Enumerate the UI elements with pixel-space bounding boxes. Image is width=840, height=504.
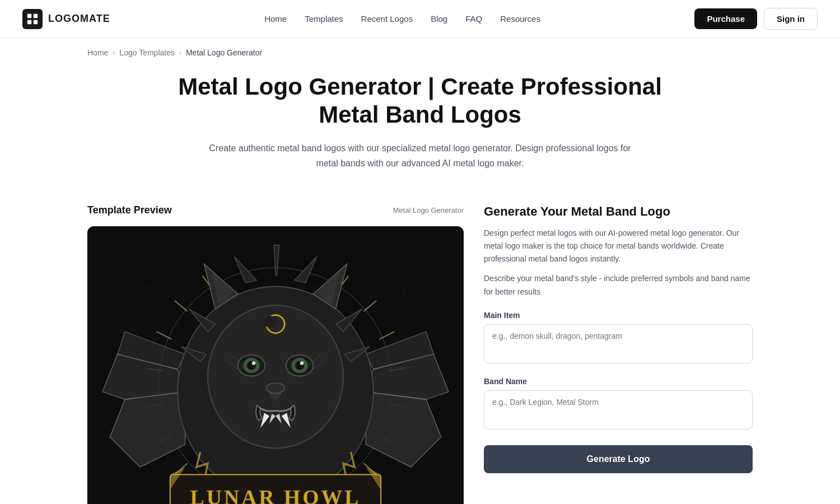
breadcrumb-sep-2: ›	[179, 49, 181, 57]
svg-text:LUNAR HOWL: LUNAR HOWL	[190, 486, 361, 504]
nav-links: Home Templates Recent Logos Blog FAQ Res…	[264, 14, 540, 24]
page-title: Metal Logo Generator | Create Profession…	[168, 73, 672, 129]
svg-point-50	[208, 305, 343, 448]
svg-point-61	[267, 383, 284, 394]
nav-recent-logos[interactable]: Recent Logos	[361, 14, 413, 24]
svg-point-60	[300, 361, 304, 365]
nav-faq[interactable]: FAQ	[465, 14, 482, 24]
generate-description: Design perfect metal logos with our AI-p…	[484, 227, 753, 265]
logo[interactable]: LOGOMATE	[22, 9, 110, 29]
template-label: Metal Logo Generator	[393, 206, 464, 214]
main-item-group: Main Item	[484, 311, 753, 366]
band-name-label: Band Name	[484, 377, 753, 386]
nav-blog[interactable]: Blog	[431, 14, 447, 24]
navbar: LOGOMATE Home Templates Recent Logos Blo…	[0, 0, 840, 38]
band-name-group: Band Name	[484, 377, 753, 432]
hero-section: Metal Logo Generator | Create Profession…	[0, 67, 840, 193]
breadcrumb-current: Metal Logo Generator	[186, 48, 262, 57]
breadcrumb: Home › Logo Templates › Metal Logo Gener…	[0, 38, 840, 67]
svg-rect-2	[27, 20, 31, 24]
logo-svg	[26, 13, 39, 25]
breadcrumb-logo-templates[interactable]: Logo Templates	[119, 48, 175, 57]
generate-hint: Describe your metal band's style - inclu…	[484, 272, 753, 298]
purchase-button[interactable]: Purchase	[694, 8, 757, 29]
nav-templates[interactable]: Templates	[305, 14, 343, 24]
panel-header: Template Preview Metal Logo Generator	[87, 204, 464, 216]
main-item-label: Main Item	[484, 311, 753, 320]
breadcrumb-sep-1: ›	[113, 49, 115, 57]
generate-button[interactable]: Generate Logo	[484, 445, 753, 473]
svg-rect-0	[27, 13, 31, 17]
panel-title: Template Preview	[87, 204, 172, 216]
svg-point-59	[252, 361, 256, 365]
svg-point-52	[264, 316, 277, 328]
preview-image: LUNAR HOWL	[87, 226, 464, 504]
svg-point-5	[147, 286, 148, 287]
main-content: Template Preview Metal Logo Generator	[0, 193, 840, 504]
nav-home[interactable]: Home	[264, 14, 287, 24]
svg-rect-1	[34, 13, 38, 17]
left-panel: Template Preview Metal Logo Generator	[87, 204, 464, 504]
breadcrumb-home[interactable]: Home	[87, 48, 108, 57]
nav-resources[interactable]: Resources	[500, 14, 540, 24]
main-item-input[interactable]	[484, 324, 753, 363]
logo-text: LOGOMATE	[48, 13, 110, 25]
right-panel: Generate Your Metal Band Logo Design per…	[484, 204, 753, 473]
signin-button[interactable]: Sign in	[764, 8, 818, 30]
band-name-input[interactable]	[484, 390, 753, 430]
svg-point-6	[403, 293, 404, 295]
hero-description: Create authentic metal band logos with o…	[207, 141, 633, 171]
nav-actions: Purchase Sign in	[694, 8, 818, 30]
preview-svg: LUNAR HOWL	[87, 226, 464, 504]
generate-title: Generate Your Metal Band Logo	[484, 204, 753, 219]
svg-rect-3	[34, 20, 38, 24]
logo-icon	[22, 9, 43, 29]
